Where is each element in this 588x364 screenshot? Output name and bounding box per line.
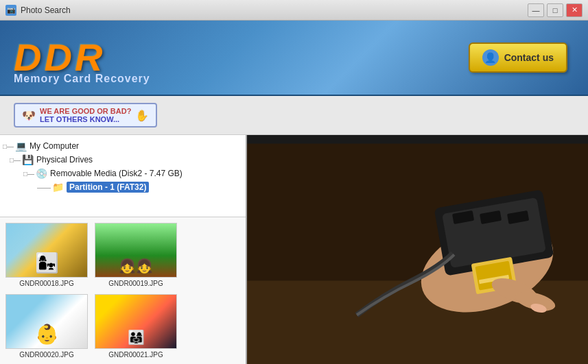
svg-rect-1 <box>247 281 588 365</box>
thumbnail-item[interactable]: GNDR00019.JPG <box>95 223 177 287</box>
maximize-button[interactable]: □ <box>547 3 563 17</box>
tree-item-removable-media[interactable]: □— 💿 Removable Media (Disk2 - 7.47 GB) <box>3 167 243 180</box>
contact-button[interactable]: 👤 Contact us <box>469 43 567 73</box>
tree-label-removable-media: Removable Media (Disk2 - 7.47 GB) <box>50 169 183 178</box>
contact-label: Contact us <box>504 52 554 63</box>
thumbnail-filename-1: GNDR00018.JPG <box>19 280 73 287</box>
tree-label-my-computer: My Computer <box>30 141 79 151</box>
thumbnail-filename-3: GNDR00020.JPG <box>19 351 73 359</box>
drive-tree: □— 💻 My Computer □— 💾 Physical Drives □—… <box>0 135 246 217</box>
minimize-button[interactable]: — <box>528 3 544 17</box>
thumbnail-item[interactable]: GNDR00020.JPG <box>5 294 88 359</box>
left-panel: □— 💻 My Computer □— 💾 Physical Drives □—… <box>0 135 247 364</box>
tree-item-physical-drives[interactable]: □— 💾 Physical Drives <box>3 153 243 167</box>
window-title: Photo Search <box>21 5 528 15</box>
right-panel <box>247 135 588 364</box>
contact-icon: 👤 <box>482 49 499 66</box>
thumbnail-filename-2: GNDR00019.JPG <box>108 280 163 287</box>
feedback-icon-left: 🐶 <box>22 109 36 122</box>
main-content: □— 💻 My Computer □— 💾 Physical Drives □—… <box>0 135 588 364</box>
tree-label-physical-drives: Physical Drives <box>36 155 93 165</box>
tree-item-my-computer[interactable]: □— 💻 My Computer <box>3 139 243 153</box>
feedback-icon-right: ✋ <box>135 109 149 122</box>
thumbnail-item[interactable]: GNDR00021.JPG <box>95 294 177 359</box>
app-subtitle: Memory Card Recovery <box>14 73 150 85</box>
header: DDR Memory Card Recovery 👤 Contact us <box>0 21 588 96</box>
thumbnail-image-1 <box>5 223 88 278</box>
logo: DDR <box>14 38 105 77</box>
feedback-line1: WE ARE GOOD OR BAD? <box>40 107 131 115</box>
feedback-banner[interactable]: 🐶 WE ARE GOOD OR BAD? LET OTHERS KNOW...… <box>14 103 157 128</box>
thumbnail-filename-4: GNDR00021.JPG <box>108 351 163 359</box>
thumbnail-image-2 <box>95 223 177 278</box>
thumbnail-item[interactable]: GNDR00018.JPG <box>5 223 88 287</box>
close-button[interactable]: ✕ <box>566 3 583 17</box>
thumbnail-grid: GNDR00018.JPG GNDR00019.JPG GNDR00020.JP… <box>0 217 246 364</box>
tree-label-partition1: Partition - 1 (FAT32) <box>67 182 149 193</box>
thumbnail-image-4 <box>95 294 177 349</box>
window-controls: — □ ✕ <box>528 3 583 17</box>
app-icon: 📷 <box>5 5 16 16</box>
thumbnail-image-3 <box>5 294 88 349</box>
tree-item-partition1[interactable]: —— 📁 Partition - 1 (FAT32) <box>3 180 243 194</box>
photo-preview <box>247 135 588 364</box>
feedback-line2: LET OTHERS KNOW... <box>40 115 131 123</box>
title-bar: 📷 Photo Search — □ ✕ <box>0 0 588 21</box>
